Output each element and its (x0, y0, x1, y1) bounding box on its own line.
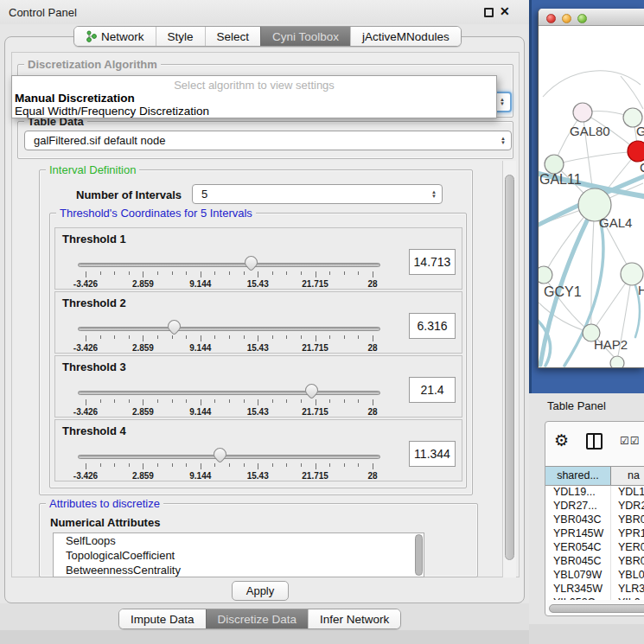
tab-impute-data[interactable]: Impute Data (119, 609, 206, 628)
threshold-slider[interactable]: -3.4262.8599.14415.4321.71528 (78, 323, 380, 353)
node-gal80[interactable] (573, 103, 592, 122)
zoom-traffic-light-icon[interactable] (577, 14, 587, 23)
tab-jactivemnodules[interactable]: jActiveMNodules (350, 27, 461, 46)
tab-network[interactable]: Network (74, 27, 156, 46)
slider-tick-label: 28 (354, 343, 392, 353)
cell-name[interactable]: YDR2 (611, 500, 644, 513)
table-settings-gear-icon[interactable]: ⚙ (554, 430, 569, 450)
table-row[interactable]: YDR27...YDR2 (545, 500, 644, 513)
cell-shared-name[interactable]: YDL19... (545, 486, 611, 500)
slider-track[interactable] (78, 327, 380, 331)
column-header-shared-name[interactable]: shared... (545, 467, 611, 485)
group-title: Discretization Algorithm (24, 58, 161, 71)
stepper-icon: ▲▼ (431, 185, 437, 203)
threshold-value-field[interactable]: 11.344 (409, 441, 456, 467)
node-gal11[interactable] (545, 155, 564, 174)
table-row[interactable]: YER054CYER0 (545, 541, 644, 555)
slider-tick (86, 399, 86, 405)
tab-select[interactable]: Select (205, 27, 261, 46)
minimize-traffic-light-icon[interactable] (562, 14, 571, 23)
attribute-list-item[interactable]: BetweennessCentrality (54, 563, 424, 577)
table-data-combobox[interactable]: galFiltered.sif default node ▲▼ (24, 131, 512, 150)
select-columns-icon[interactable]: ☑☑ (620, 435, 641, 447)
table-row[interactable]: YBR045CYBR0 (545, 555, 644, 569)
table-row[interactable]: YBR043CYBR0 (545, 513, 644, 527)
cell-name[interactable]: YBL0 (611, 569, 644, 583)
slider-thumb[interactable] (303, 381, 321, 399)
cell-name[interactable]: YIL0 (611, 596, 644, 600)
cell-name[interactable]: YPR1 (611, 527, 644, 541)
apply-button[interactable]: Apply (232, 581, 289, 601)
table-panel-footer (529, 624, 644, 644)
cell-shared-name[interactable]: YLR345W (545, 583, 611, 596)
close-traffic-light-icon[interactable] (546, 14, 556, 23)
slider-thumb[interactable] (211, 445, 229, 463)
slider-track[interactable] (78, 455, 380, 459)
svg-text:GAL80: GAL80 (570, 124, 610, 138)
scrollbar-thumb[interactable] (505, 175, 514, 560)
close-icon[interactable]: ✕ (500, 4, 510, 18)
slider-tick (214, 271, 215, 275)
slider-tick (229, 271, 230, 275)
node-bottom[interactable] (610, 356, 624, 367)
node-table-card: ⚙ ☑☑ shared... na YDL19...YDL1YDR27...YD… (545, 421, 644, 616)
cell-shared-name[interactable]: YIL052C (545, 596, 611, 600)
attribute-list-item[interactable]: TopologicalCoefficient (54, 548, 424, 563)
table-row[interactable]: YLR345WYLR3 (545, 583, 644, 596)
popup-option-equal-width[interactable]: Equal Width/Frequency Discretization (15, 105, 209, 118)
network-canvas[interactable]: GAL80 GA GAL11 GAL4 GCY1 H HAP2 C (539, 26, 644, 367)
slider-tick (100, 271, 101, 275)
column-header-name[interactable]: na (611, 467, 644, 485)
svg-text:GAL11: GAL11 (539, 172, 582, 187)
node-gcy1[interactable] (539, 266, 552, 284)
slider-thumb[interactable] (165, 317, 183, 335)
slider-thumb[interactable] (242, 253, 260, 271)
tab-style[interactable]: Style (156, 27, 205, 46)
table-row[interactable]: YDL19...YDL1 (545, 486, 644, 500)
cell-shared-name[interactable]: YER054C (545, 541, 611, 555)
float-icon[interactable] (484, 8, 494, 17)
popup-option-manual-discretization[interactable]: Manual Discretization (15, 92, 135, 105)
attribute-list-item[interactable]: SelfLoops (54, 533, 424, 548)
combo-value: 5 (201, 188, 207, 201)
cell-shared-name[interactable]: YBL079W (545, 569, 611, 583)
cell-shared-name[interactable]: YDR27... (545, 500, 611, 513)
slider-tick (329, 463, 330, 467)
tab-label: Impute Data (131, 613, 194, 626)
threshold-slider[interactable]: -3.4262.8599.14415.4321.71528 (78, 387, 380, 417)
threshold-value-field[interactable]: 21.4 (409, 377, 456, 403)
table-row[interactable]: YIL052CYIL0 (545, 596, 644, 600)
cell-name[interactable]: YER0 (611, 541, 644, 555)
tab-discretize-data[interactable]: Discretize Data (206, 609, 309, 628)
threshold-value-field[interactable]: 14.713 (409, 249, 456, 275)
panel-scrollbar[interactable] (502, 161, 516, 577)
cell-name[interactable]: YLR3 (611, 583, 644, 596)
node-selected-red[interactable] (628, 141, 644, 162)
threshold-slider[interactable]: -3.4262.8599.14415.4321.71528 (78, 259, 380, 289)
table-body[interactable]: YDL19...YDL1YDR27...YDR2YBR043CYBR0YPR14… (545, 486, 644, 600)
table-horizontal-scrollbar[interactable] (549, 604, 644, 613)
cell-name[interactable]: YBR0 (611, 555, 644, 569)
cell-shared-name[interactable]: YBR043C (545, 513, 611, 527)
cell-name[interactable]: YDL1 (611, 486, 644, 500)
threshold-slider[interactable]: -3.4262.8599.14415.4321.71528 (78, 451, 380, 481)
threshold-value-field[interactable]: 6.316 (409, 313, 456, 339)
slider-tick-label: 21.715 (296, 471, 335, 481)
table-row[interactable]: YPR145WYPR1 (545, 527, 644, 541)
slider-track[interactable] (78, 391, 380, 395)
list-scrollbar[interactable] (415, 534, 423, 576)
table-row[interactable]: YBL079WYBL0 (545, 569, 644, 583)
tab-infer-network[interactable]: Infer Network (308, 609, 400, 628)
group-title: Interval Definition (46, 163, 139, 176)
slider-tick (344, 335, 345, 339)
cell-shared-name[interactable]: YBR045C (545, 555, 611, 569)
slider-track[interactable] (78, 263, 380, 267)
cell-shared-name[interactable]: YPR145W (545, 527, 611, 541)
numerical-attributes-list[interactable]: SelfLoopsTopologicalCoefficientBetweenne… (53, 532, 424, 577)
number-of-intervals-combobox[interactable]: 5 ▲▼ (192, 184, 443, 204)
network-nodes[interactable] (539, 103, 644, 367)
scrollbar-thumb[interactable] (549, 604, 644, 613)
cell-name[interactable]: YBR0 (611, 513, 644, 527)
column-layout-icon[interactable] (586, 433, 603, 450)
tab-cyni-toolbox[interactable]: Cyni Toolbox (260, 27, 350, 46)
